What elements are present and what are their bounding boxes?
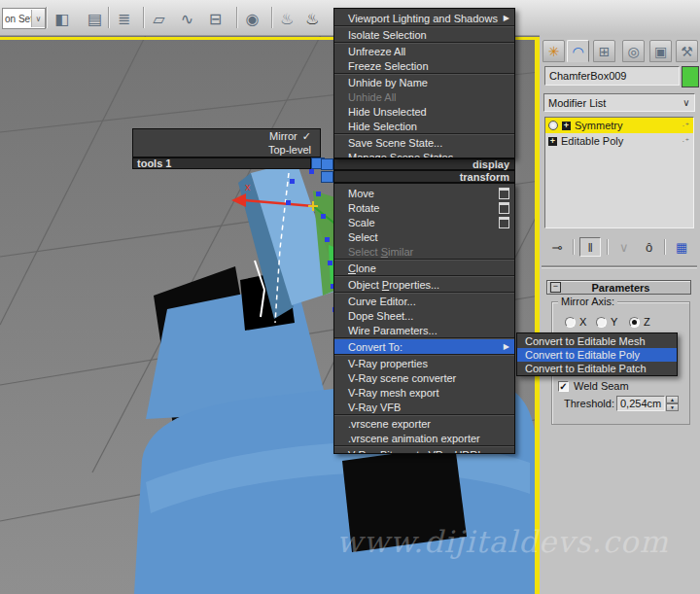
schematic-view-icon[interactable]: ⊟ (202, 5, 228, 32)
mirror-icon[interactable]: ◧ (49, 5, 75, 32)
menu-item-select[interactable]: Select (334, 229, 514, 244)
quad-header-display[interactable]: display (333, 158, 515, 170)
menu-item-label: Dope Sheet... (348, 310, 413, 322)
tab-modify[interactable]: ◠ (567, 40, 589, 62)
radio-circle[interactable] (565, 317, 576, 328)
render-setup-icon[interactable]: ♨ (274, 5, 300, 32)
menu-item-label: Convert to Editable Poly (525, 349, 640, 361)
menu-item-v-ray-bitmap-to-vrayhdri-converter[interactable]: V-Ray Bitmap to VRayHDRI converter (334, 447, 514, 454)
threshold-field[interactable] (616, 396, 665, 411)
menu-item-wire-parameters[interactable]: Wire Parameters... (334, 323, 514, 337)
menu-item-label: Unhide by Name (348, 77, 428, 88)
expand-icon[interactable]: + (562, 122, 571, 130)
menu-item-freeze-selection[interactable]: Freeze Selection (334, 58, 514, 73)
menu-item-move[interactable]: Move (334, 186, 514, 200)
menu-item-unfreeze-all[interactable]: Unfreeze All (334, 44, 514, 58)
curve-editor-icon[interactable]: ∿ (174, 5, 200, 32)
show-end-result-icon[interactable]: ‖ (579, 237, 601, 257)
threshold-spinner[interactable]: ▲ ▼ (666, 396, 679, 411)
radio-label: Z (644, 316, 650, 328)
quad-header-transform[interactable]: transform (333, 170, 515, 183)
tab-create[interactable]: ✳ (542, 40, 565, 62)
menu-item-v-ray-mesh-export[interactable]: V-Ray mesh export (334, 385, 514, 400)
menu-item-unhide-by-name[interactable]: Unhide by Name (334, 75, 514, 89)
menu-item-rotate[interactable]: Rotate (334, 200, 514, 215)
menu-item-object-properties[interactable]: Object Properties... (334, 277, 514, 292)
menu-item-mirror[interactable]: Mirror✓ (133, 129, 320, 143)
settings-box-icon[interactable] (499, 202, 509, 214)
modifier-symmetry[interactable]: +Symmetry∙⁺ (545, 118, 693, 133)
radio-circle[interactable] (629, 317, 640, 328)
graphite-ribbon-icon[interactable]: ▱ (146, 5, 172, 32)
pin-stack-icon[interactable]: ⊸ (547, 238, 567, 256)
menu-item-curve-editor[interactable]: Curve Editor... (334, 294, 514, 308)
menu-item-hide-unselected[interactable]: Hide Unselected (334, 104, 514, 119)
tab-hierarchy[interactable]: ⊞ (593, 40, 615, 62)
submenu-arrow-icon: ▶ (504, 14, 509, 22)
quad-square-transform[interactable] (321, 171, 333, 183)
menu-item-save-scene-state[interactable]: Save Scene State... (334, 135, 514, 150)
menu-item-convert-to[interactable]: Convert To:▶ (334, 339, 514, 354)
quad-header-tools[interactable]: tools 1 (132, 157, 311, 169)
settings-box-icon[interactable] (499, 217, 509, 228)
material-editor-icon[interactable]: ◉ (239, 5, 265, 32)
menu-item-v-ray-properties[interactable]: V-Ray properties (334, 356, 514, 370)
weld-seam-checkbox[interactable]: ✓ (558, 381, 569, 392)
lightbulb-icon[interactable] (548, 121, 558, 130)
radio-circle[interactable] (596, 317, 607, 328)
menu-item-convert-to-editable-mesh[interactable]: Convert to Editable Mesh (517, 334, 677, 348)
menu-item-manage-scene-states[interactable]: Manage Scene States... (334, 150, 514, 158)
menu-item-convert-to-editable-poly[interactable]: Convert to Editable Poly (517, 348, 677, 362)
remove-modifier-icon[interactable]: ô (640, 238, 659, 256)
layer-manager-icon[interactable]: ≣ (111, 5, 137, 32)
toolbar-separator (46, 7, 48, 28)
menu-item-label: Curve Editor... (348, 296, 416, 307)
menu-item-vrscene-animation-exporter[interactable]: .vrscene animation exporter (334, 431, 514, 445)
configure-modifier-sets-icon[interactable]: ▦ (672, 238, 691, 256)
tab-utilities[interactable]: ⚒ (676, 40, 698, 62)
modifier-list-dropdown[interactable]: Modifier List ∨ (543, 93, 695, 112)
make-unique-icon[interactable]: ∨ (614, 238, 634, 256)
tab-display[interactable]: ▣ (649, 40, 672, 62)
menu-item-vrscene-exporter[interactable]: .vrscene exporter (334, 416, 514, 431)
menu-item-label: Hide Unselected (348, 106, 427, 118)
modifier-editable-poly[interactable]: +Editable Poly∙⁺ (545, 133, 693, 149)
toolbar-separator (573, 239, 575, 255)
menu-item-label: V-Ray mesh export (348, 387, 439, 399)
expand-icon[interactable]: + (548, 137, 557, 146)
parameters-rollout-header[interactable]: − Parameters (546, 280, 691, 295)
menu-item-hide-selection[interactable]: Hide Selection (334, 119, 514, 133)
menu-item-label: Object Properties... (348, 279, 439, 291)
axis-radio-y[interactable]: Y (596, 316, 617, 328)
menu-item-isolate-selection[interactable]: Isolate Selection (334, 27, 514, 42)
menu-item-clone[interactable]: Clone (334, 261, 514, 275)
menu-item-label: Freeze Selection (348, 60, 429, 72)
quad-square-display[interactable] (321, 158, 333, 170)
menu-item-top-level[interactable]: Top-level (133, 143, 320, 157)
menu-item-viewport-lighting-and-shadows[interactable]: Viewport Lighting and Shadows▶ (334, 11, 514, 25)
toolbar-separator (143, 7, 145, 28)
toolbar-separator (108, 7, 110, 28)
axis-radio-x[interactable]: X (565, 316, 586, 328)
menu-item-label: V-Ray VFB (348, 402, 401, 413)
menu-item-label: Rotate (348, 202, 379, 214)
menu-item-v-ray-vfb[interactable]: V-Ray VFB (334, 400, 514, 414)
axis-radio-z[interactable]: Z (629, 316, 650, 328)
settings-box-icon[interactable] (499, 188, 509, 199)
menu-item-scale[interactable]: Scale (334, 215, 514, 229)
spinner-down-icon[interactable]: ▼ (666, 403, 679, 411)
modifier-stack-toolbar: ⊸‖∨ô▦ (542, 235, 697, 259)
render-production-icon[interactable]: ♨ (299, 5, 326, 32)
menu-item-select-similar[interactable]: Select Similar (334, 244, 514, 259)
spinner-up-icon[interactable]: ▲ (666, 396, 679, 403)
menu-item-dope-sheet[interactable]: Dope Sheet... (334, 308, 514, 323)
menu-item-label: Viewport Lighting and Shadows (348, 13, 498, 24)
object-color-swatch[interactable] (682, 66, 699, 87)
menu-item-v-ray-scene-converter[interactable]: V-Ray scene converter (334, 370, 514, 385)
object-name-field[interactable] (544, 66, 680, 86)
align-icon[interactable]: ▤ (82, 5, 108, 32)
menu-item-unhide-all[interactable]: Unhide All (334, 89, 514, 104)
tab-motion[interactable]: ◎ (622, 40, 645, 62)
named-selection-set-dropdown[interactable]: on Set ∨ (2, 8, 46, 29)
menu-item-convert-to-editable-patch[interactable]: Convert to Editable Patch (517, 362, 677, 375)
